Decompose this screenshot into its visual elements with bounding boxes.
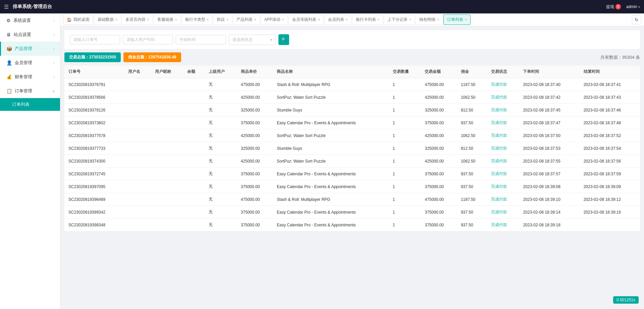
start-time-input[interactable] <box>176 35 226 44</box>
status-select-arrow: ▾ <box>270 38 272 42</box>
tab-bank-list-close[interactable]: × <box>378 18 380 21</box>
sidebar-item-order[interactable]: 📋 订单管理 ∨ <box>0 84 60 98</box>
table-cell: SC23020819377733 <box>64 142 124 155</box>
status-badge: 完成付款 <box>491 133 507 138</box>
table-cell: SortPuz: Water Sort Puzzle <box>273 129 388 142</box>
sidebar-item-order-left: 📋 订单管理 <box>6 88 32 94</box>
tab-customer[interactable]: 客服链接 × <box>154 14 181 25</box>
tab-protocol[interactable]: 协议 × <box>213 14 232 25</box>
tab-wallet[interactable]: 钱包明细 × <box>416 14 443 25</box>
table-cell: 375000.00 <box>237 219 273 231</box>
sidebar-item-product[interactable]: 📦 产品管理 ‹ <box>0 42 60 56</box>
table-cell: SC23020819373802 <box>64 117 124 129</box>
bell-button[interactable]: 提现 0 <box>606 4 621 10</box>
menu-icon[interactable]: ☰ <box>4 4 9 10</box>
status-select[interactable]: 请选择状态 ▾ <box>229 35 276 45</box>
table-row: SC23020819378126无325000.00Stumble Guys13… <box>64 104 640 117</box>
table-cell: 2023-02-08 18:37:52 <box>580 129 640 142</box>
table-cell: 2023-02-08 18:39:08 <box>519 180 579 193</box>
tab-bank-type[interactable]: 银行卡类型 × <box>181 14 213 25</box>
tab-member-list-label: 会员列表 <box>328 17 344 23</box>
table-row: SC23020819398348无375000.00Easy Calendar … <box>64 219 640 231</box>
table-cell <box>183 206 205 219</box>
table-cell <box>124 180 151 193</box>
table-cell: Easy Calendar Pro - Events & Appointment… <box>273 206 388 219</box>
table-cell: 2023-02-08 18:39:12 <box>580 193 640 206</box>
table-cell: SC23020819377578 <box>64 129 124 142</box>
tab-multilang-close[interactable]: × <box>147 18 149 21</box>
tab-bank-list-label: 银行卡列表 <box>356 17 376 23</box>
sidebar-item-system[interactable]: ⚙ 系统设置 ‹ <box>0 13 60 28</box>
table-cell: 1 <box>389 117 421 129</box>
tab-app-scroll-close[interactable]: × <box>282 18 284 21</box>
admin-dropdown[interactable]: admin ▾ <box>626 4 640 9</box>
tab-order-list[interactable]: 订单列表 × <box>443 14 471 25</box>
status-badge: 完成付款 <box>491 210 507 214</box>
table-cell: 2023-02-08 18:39:10 <box>519 193 579 206</box>
col-status: 交易状态 <box>487 65 519 78</box>
tab-home[interactable]: 🏠 我的桌面 <box>63 14 93 25</box>
table-cell: Easy Calendar Pro - Events & Appointment… <box>273 219 388 231</box>
tab-protocol-label: 协议 <box>217 17 225 23</box>
table-cell: 2023-02-08 18:37:54 <box>580 142 640 155</box>
tab-order-list-close[interactable]: × <box>465 18 467 21</box>
sidebar-order-label: 订单管理 <box>15 88 32 94</box>
status-cell: 完成付款 <box>487 155 519 168</box>
table-cell <box>183 193 205 206</box>
tab-multilang[interactable]: 多语言内容 × <box>122 14 153 25</box>
tab-home-label: 我的桌面 <box>73 17 90 23</box>
topbar-right: 提现 0 admin ▾ <box>606 4 640 10</box>
refresh-button[interactable]: ↻ <box>632 15 641 25</box>
tab-product-list[interactable]: 产品列表 × <box>233 14 260 25</box>
order-number-input[interactable] <box>70 35 120 44</box>
table-cell: 425000.00 <box>237 155 273 168</box>
table-cell <box>151 142 183 155</box>
table-row: SC23020819373802无375000.00Easy Calendar … <box>64 117 640 129</box>
table-cell: 937.50 <box>457 168 487 180</box>
tab-product-list-close[interactable]: × <box>254 18 256 21</box>
performance-float-btn[interactable]: 0.501251s <box>613 296 639 304</box>
tab-member-list-close[interactable]: × <box>346 18 348 21</box>
tab-app-scroll[interactable]: APP滚动 × <box>261 14 288 25</box>
order-table: 订单号 用户名 用户昵称 余额 上级用户 商品单价 商品名称 交易数量 交易金额… <box>64 65 640 231</box>
table-cell <box>183 142 205 155</box>
tabbar-refresh-area: ↻ <box>632 15 641 25</box>
bell-badge: 0 <box>615 4 621 9</box>
sidebar-subitem-order-list-label: 订单列表 <box>12 101 30 107</box>
sidebar-item-finance[interactable]: 💰 财务管理 ‹ <box>0 70 60 84</box>
table-cell: 375000.00 <box>421 117 457 129</box>
record-total: 共有数据：95304 条 <box>600 54 640 60</box>
tab-up-down[interactable]: 上下分记录 × <box>384 14 415 25</box>
tab-base-data[interactable]: 基础数据 × <box>94 14 121 25</box>
tab-wallet-close[interactable]: × <box>437 18 439 21</box>
sidebar-item-site[interactable]: 🖥 站点设置 ‹ <box>0 28 60 42</box>
table-cell: Easy Calendar Pro - Events & Appointment… <box>273 180 388 193</box>
table-cell: 无 <box>205 142 237 155</box>
site-icon: 🖥 <box>6 32 11 37</box>
table-cell: 425000.00 <box>421 129 457 142</box>
product-icon: 📦 <box>6 46 12 51</box>
tab-protocol-close[interactable]: × <box>226 18 228 21</box>
table-body: SC23020819376791无475000.00Slash & Roll: … <box>64 78 640 231</box>
sidebar-item-member[interactable]: 👤 会员管理 ‹ <box>0 56 60 70</box>
tab-customer-close[interactable]: × <box>175 18 177 21</box>
tab-member-level-close[interactable]: × <box>318 18 320 21</box>
user-number-input[interactable] <box>123 35 173 44</box>
table-cell: 无 <box>205 155 237 168</box>
search-button[interactable]: 🔍 <box>278 34 289 45</box>
tab-member-level[interactable]: 会员等级列表 × <box>288 14 324 25</box>
tab-up-down-close[interactable]: × <box>409 18 411 21</box>
tab-bank-type-close[interactable]: × <box>207 18 209 21</box>
table-cell: 无 <box>205 168 237 180</box>
tab-bank-list[interactable]: 银行卡列表 × <box>352 14 383 25</box>
table-cell <box>151 206 183 219</box>
sidebar-product-label: 产品管理 <box>15 46 32 52</box>
table-cell: 2023-02-08 18:37:46 <box>580 104 640 117</box>
sidebar-subitem-order-list[interactable]: 订单列表 <box>0 98 60 111</box>
tab-member-list[interactable]: 会员列表 × <box>324 14 352 25</box>
table-cell: 无 <box>205 91 237 104</box>
table-cell: 2023-02-08 18:39:16 <box>580 206 640 219</box>
status-cell: 完成付款 <box>487 206 519 219</box>
tab-base-data-close[interactable]: × <box>115 18 117 21</box>
order-table-wrap: 订单号 用户名 用户昵称 余额 上级用户 商品单价 商品名称 交易数量 交易金额… <box>64 65 640 231</box>
